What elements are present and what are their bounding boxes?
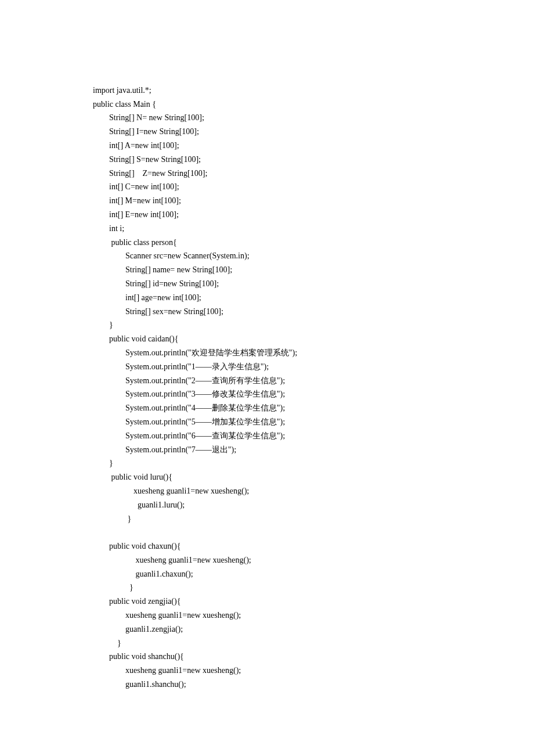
code-block: import java.util.*; public class Main { … bbox=[93, 84, 534, 692]
code-document: import java.util.*; public class Main { … bbox=[0, 0, 534, 756]
